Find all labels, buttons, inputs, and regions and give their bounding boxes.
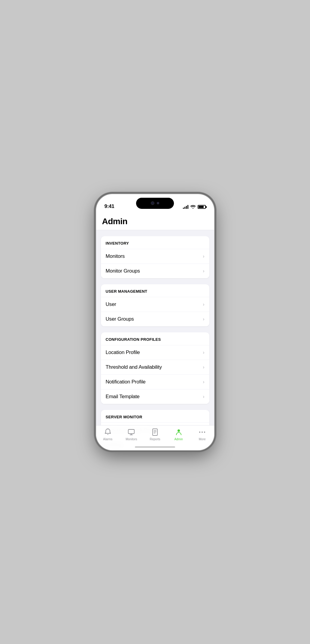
home-indicator [135,446,175,448]
inventory-section-title: INVENTORY [106,241,129,246]
svg-point-6 [204,432,205,433]
server-monitor-section-header: SERVER MONITOR [101,410,209,423]
page-header: Admin [96,212,214,230]
svg-point-0 [108,429,108,429]
user-management-section: USER MANAGEMENT User › User Groups › [101,284,209,326]
screen-content[interactable]: Admin INVENTORY Monitors › Monitor Group… [96,212,214,450]
tab-alarms[interactable]: Alarms [98,428,117,441]
monitor-groups-chevron-icon: › [203,268,204,274]
status-time: 9:41 [105,203,114,209]
alarms-tab-label: Alarms [103,438,112,441]
location-profile-label: Location Profile [106,349,140,356]
admin-tab-label: Admin [174,438,183,441]
reports-icon [151,428,159,436]
notification-profile-item[interactable]: Notification Profile › [101,375,209,389]
configuration-profiles-section: CONFIGURATION PROFILES Location Profile … [101,332,209,404]
monitors-label: Monitors [106,253,125,259]
svg-rect-2 [153,429,157,435]
svg-point-3 [178,429,180,432]
inventory-section: INVENTORY Monitors › Monitor Groups › [101,236,209,278]
more-tab-label: More [199,438,206,441]
tab-monitors[interactable]: Monitors [122,428,141,441]
user-item[interactable]: User › [101,297,209,312]
monitors-chevron-icon: › [203,254,204,259]
admin-icon [175,428,183,436]
user-groups-chevron-icon: › [203,316,204,322]
threshold-availability-chevron-icon: › [203,365,204,370]
location-profile-chevron-icon: › [203,350,204,355]
page-title: Admin [102,217,208,226]
status-icons [183,205,206,209]
inventory-section-header: INVENTORY [101,236,209,249]
threshold-availability-item[interactable]: Threshold and Availability › [101,360,209,375]
svg-point-5 [202,432,203,433]
svg-rect-1 [128,429,134,434]
user-groups-label: User Groups [106,316,134,322]
battery-icon [198,205,206,209]
tab-more[interactable]: More [193,428,212,441]
reports-tab-label: Reports [150,438,160,441]
faceid-dot [157,202,159,204]
configuration-profiles-section-header: CONFIGURATION PROFILES [101,332,209,345]
signal-icon [183,205,188,209]
user-management-section-title: USER MANAGEMENT [106,289,147,294]
notification-profile-chevron-icon: › [203,379,204,385]
monitor-groups-item[interactable]: Monitor Groups › [101,264,209,278]
user-groups-item[interactable]: User Groups › [101,312,209,326]
wifi-icon [190,205,196,209]
email-template-item[interactable]: Email Template › [101,389,209,404]
monitors-tab-icon [127,428,135,436]
location-profile-item[interactable]: Location Profile › [101,345,209,360]
email-template-label: Email Template [106,394,140,400]
tab-reports[interactable]: Reports [145,428,165,441]
camera-dot [151,201,154,205]
server-monitor-section-title: SERVER MONITOR [106,415,142,419]
monitors-tab-label: Monitors [126,438,137,441]
email-template-chevron-icon: › [203,394,204,399]
user-management-section-header: USER MANAGEMENT [101,284,209,297]
notification-profile-label: Notification Profile [106,379,146,385]
phone-frame: 9:41 Admin [96,194,214,450]
more-icon [198,428,206,436]
svg-point-4 [199,432,200,433]
tab-admin[interactable]: Admin [169,428,188,441]
dynamic-island [136,198,174,209]
configuration-profiles-section-title: CONFIGURATION PROFILES [106,337,161,342]
monitor-groups-label: Monitor Groups [106,268,140,274]
monitors-item[interactable]: Monitors › [101,249,209,264]
alarms-icon [104,428,112,436]
threshold-availability-label: Threshold and Availability [106,364,162,370]
user-chevron-icon: › [203,302,204,307]
user-label: User [106,301,116,307]
